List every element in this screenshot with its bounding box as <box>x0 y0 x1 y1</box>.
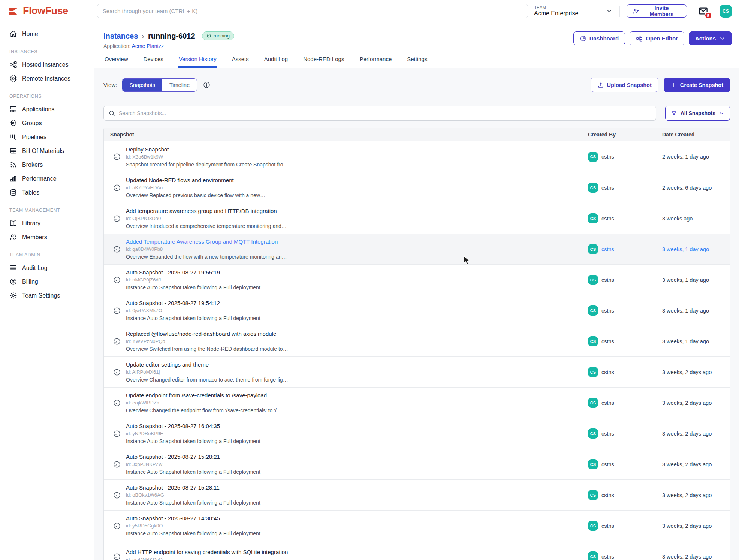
sidebar-nav: HomeINSTANCESHosted InstancesRemote Inst… <box>0 22 94 560</box>
sidebar-item-label: Library <box>22 220 40 227</box>
table-row[interactable]: Update editor settings and theme id: AlR… <box>104 356 730 387</box>
database-icon <box>9 189 17 196</box>
invite-members-button[interactable]: Invite Members <box>627 4 687 18</box>
snapshot-title: Added Temperature Awareness Group and MQ… <box>126 238 287 245</box>
chevron-down-icon <box>606 8 613 15</box>
instance-name: running-6012 <box>148 32 195 40</box>
user-avatar[interactable]: CS <box>720 5 732 18</box>
open-editor-button[interactable]: Open Editor <box>630 31 684 45</box>
tab-devices[interactable]: Devices <box>143 55 164 68</box>
user-avatar: CS <box>588 367 598 377</box>
snapshot-title: Replaced @flowfuse/node-red-dashboard wi… <box>126 331 288 337</box>
node-hierarchy-icon <box>636 35 643 42</box>
snapshot-id: id: nMGP0jZ6dJ <box>126 277 260 283</box>
sidebar-item-remote-instances[interactable]: Remote Instances <box>0 72 94 85</box>
snapshot-description: Snapshot created for pipeline deployment… <box>126 162 288 168</box>
sidebar-item-label: Bill Of Materials <box>22 148 64 154</box>
table-row[interactable]: Auto Snapshot - 2025-08-27 15:28:21 id: … <box>104 449 730 479</box>
upload-snapshot-button[interactable]: Upload Snapshot <box>591 78 658 92</box>
user-avatar: CS <box>588 398 598 408</box>
page-header: Instances › running-6012 running Applica… <box>94 22 739 68</box>
tab-bar: OverviewDevicesVersion HistoryAssetsAudi… <box>103 55 732 68</box>
user-plus-icon <box>633 8 639 15</box>
table-header: Snapshot Created By Date Created <box>104 128 730 141</box>
sidebar-item-home[interactable]: Home <box>0 27 94 41</box>
notifications-button[interactable]: 5 <box>698 6 708 16</box>
team-name: Acme Enterprise <box>534 10 578 17</box>
sidebar-item-brokers[interactable]: Brokers <box>0 158 94 172</box>
table-row[interactable]: Replaced @flowfuse/node-red-dashboard wi… <box>104 326 730 356</box>
user-avatar: CS <box>588 459 598 469</box>
sidebar-item-billing[interactable]: Billing <box>0 275 94 289</box>
table-row[interactable]: Auto Snapshot - 2025-08-27 15:28:11 id: … <box>104 479 730 510</box>
user-avatar: CS <box>588 244 598 254</box>
sidebar-item-library[interactable]: Library <box>0 216 94 230</box>
create-snapshot-button[interactable]: Create Snapshot <box>664 78 730 92</box>
sidebar-item-hosted-instances[interactable]: Hosted Instances <box>0 58 94 72</box>
sidebar-item-tables[interactable]: Tables <box>0 186 94 199</box>
invite-members-label: Invite Members <box>642 5 681 17</box>
tab-performance[interactable]: Performance <box>359 55 392 68</box>
create-snapshot-label: Create Snapshot <box>680 82 723 88</box>
tab-node-red-logs[interactable]: Node-RED Logs <box>302 55 345 68</box>
snapshot-title: Deploy Snapshot <box>126 146 288 153</box>
divider <box>619 6 620 17</box>
tab-assets[interactable]: Assets <box>231 55 250 68</box>
date-created: 3 weeks, 2 days ago <box>662 461 730 467</box>
sidebar-item-bill-of-materials[interactable]: Bill Of Materials <box>0 144 94 158</box>
sidebar-item-label: Home <box>22 31 38 37</box>
view-toggle-snapshots[interactable]: Snapshots <box>122 79 162 91</box>
snapshot-id: id: 0jwPAXMk7O <box>126 308 260 313</box>
sidebar-item-audit-log[interactable]: Audit Log <box>0 261 94 275</box>
tab-settings[interactable]: Settings <box>406 55 428 68</box>
tab-overview[interactable]: Overview <box>104 55 129 68</box>
table-row[interactable]: Add temperature awareness group and HTTP… <box>104 203 730 234</box>
snapshot-title: Add temperature awareness group and HTTP… <box>126 208 287 214</box>
snapshot-description: Instance Auto Snapshot taken following a… <box>126 500 260 506</box>
chevron-down-icon <box>719 35 726 42</box>
table-grid-icon <box>9 147 17 155</box>
sidebar-item-performance[interactable]: Performance <box>0 172 94 186</box>
created-by-name: cstns <box>601 216 614 222</box>
open-editor-label: Open Editor <box>646 35 678 42</box>
table-row[interactable]: Auto Snapshot - 2025-08-27 19:55:19 id: … <box>104 264 730 295</box>
clock-icon <box>113 184 121 192</box>
actions-button[interactable]: Actions <box>689 31 732 45</box>
notification-badge: 5 <box>705 12 712 19</box>
table-row[interactable]: Updated Node-RED flows and environment i… <box>104 172 730 203</box>
flowfuse-logo[interactable]: FlowFuse <box>0 5 93 17</box>
table-row[interactable]: Deploy Snapshot id: X3o6Bw1k9W Snapshot … <box>104 141 730 172</box>
clock-icon <box>113 214 121 223</box>
sidebar-item-team-settings[interactable]: Team Settings <box>0 289 94 302</box>
created-by-name: cstns <box>601 338 614 344</box>
search-icon <box>108 110 115 117</box>
table-row[interactable]: Added Temperature Awareness Group and MQ… <box>104 234 730 264</box>
breadcrumb-instances-link[interactable]: Instances <box>103 32 138 40</box>
table-row[interactable]: Auto Snapshot - 2025-08-27 14:30:45 id: … <box>104 510 730 541</box>
tab-audit-log[interactable]: Audit Log <box>263 55 289 68</box>
view-toggle-timeline[interactable]: Timeline <box>162 79 197 91</box>
snapshot-filter-dropdown[interactable]: All Snapshots <box>665 106 730 121</box>
team-selector[interactable]: TEAM: Acme Enterprise <box>534 5 613 17</box>
table-row[interactable]: Auto Snapshot - 2025-08-27 16:04:35 id: … <box>104 418 730 449</box>
global-search-input[interactable] <box>97 4 528 18</box>
application-link[interactable]: Acme Plantzz <box>132 43 164 49</box>
snapshot-id: id: eojkWlBPZa <box>126 400 282 406</box>
table-row[interactable]: Auto Snapshot - 2025-08-27 19:54:12 id: … <box>104 295 730 326</box>
sidebar-item-members[interactable]: Members <box>0 230 94 244</box>
table-row[interactable]: Update endpoint from /save-credentials t… <box>104 387 730 418</box>
user-avatar: CS <box>588 428 598 439</box>
table-row[interactable]: Add HTTP endpoint for saving credentials… <box>104 541 730 560</box>
user-avatar: CS <box>588 183 598 193</box>
dashboard-button[interactable]: Dashboard <box>573 31 625 45</box>
snapshot-id: id: X3o6Bw1k9W <box>126 154 288 160</box>
snapshot-description: Instance Auto Snapshot taken following a… <box>126 469 260 475</box>
sidebar-section-label: INSTANCES <box>0 41 94 58</box>
tab-version-history[interactable]: Version History <box>178 55 217 68</box>
sidebar-item-pipelines[interactable]: Pipelines <box>0 130 94 144</box>
info-icon[interactable] <box>203 81 211 89</box>
snapshot-search-input[interactable] <box>119 110 651 116</box>
snapshot-title: Update endpoint from /save-credentials t… <box>126 392 282 398</box>
sidebar-item-applications[interactable]: Applications <box>0 102 94 116</box>
sidebar-item-groups[interactable]: Groups <box>0 116 94 130</box>
